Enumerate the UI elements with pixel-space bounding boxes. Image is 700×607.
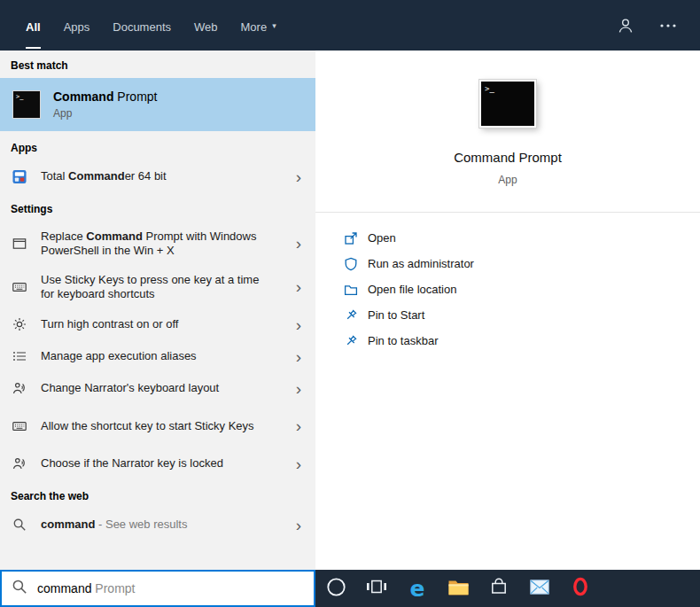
narrator-icon xyxy=(12,381,27,395)
chevron-right-icon: › xyxy=(296,455,301,472)
settings-result-label: Turn high contrast on or off xyxy=(41,317,178,331)
command-prompt-icon-large: >_ xyxy=(479,80,536,128)
mail-icon xyxy=(530,580,549,598)
settings-result-narrator-keyboard-layout[interactable]: Change Narrator's keyboard layout › xyxy=(0,372,315,404)
file-explorer-icon xyxy=(448,579,469,599)
best-match-result-command-prompt[interactable]: >_ Command Prompt App xyxy=(0,78,315,131)
command-prompt-icon: >_ xyxy=(12,90,41,119)
settings-result-app-execution-aliases[interactable]: Manage app execution aliases › xyxy=(0,340,315,372)
admin-shield-icon xyxy=(344,257,358,271)
windows-search-flyout: All Apps Documents Web More ▾ xyxy=(0,0,700,607)
cortana-icon xyxy=(326,577,346,601)
search-input[interactable]: command Prompt xyxy=(0,570,315,607)
search-icon xyxy=(12,579,27,598)
tab-web[interactable]: Web xyxy=(183,0,229,51)
action-label: Open file location xyxy=(368,283,456,296)
app-result-total-commander[interactable]: Total Commander 64 bit › xyxy=(0,160,315,192)
settings-section-label: Settings xyxy=(0,192,315,222)
tab-apps[interactable]: Apps xyxy=(52,0,102,51)
contrast-sun-icon xyxy=(12,317,27,331)
chevron-right-icon: › xyxy=(296,517,301,533)
results-list-panel: Best match >_ Command Prompt App Apps xyxy=(0,51,315,570)
chevron-right-icon: › xyxy=(296,316,301,333)
action-label: Pin to Start xyxy=(368,308,424,322)
action-label: Pin to taskbar xyxy=(368,334,439,347)
settings-result-label: Allow the shortcut key to start Sticky K… xyxy=(41,419,254,433)
taskbar: e xyxy=(315,570,700,607)
keyboard-icon xyxy=(12,280,27,294)
settings-result-sticky-keys-one-key[interactable]: Use Sticky Keys to press one key at a ti… xyxy=(0,265,315,308)
chevron-right-icon: › xyxy=(296,380,301,397)
tab-all-label: All xyxy=(26,3,41,49)
settings-result-label: Replace Command Prompt with Windows Powe… xyxy=(41,230,264,258)
console-window-icon xyxy=(12,237,27,251)
chevron-down-icon: ▾ xyxy=(272,21,276,30)
chevron-right-icon: › xyxy=(296,235,301,252)
action-open-file-location[interactable]: Open file location xyxy=(344,276,700,302)
header-actions xyxy=(617,0,700,51)
taskbar-edge-button[interactable]: e xyxy=(397,570,438,607)
settings-result-label: Use Sticky Keys to press one key at a ti… xyxy=(41,273,264,301)
settings-result-shortcut-sticky-keys[interactable]: Allow the shortcut key to start Sticky K… xyxy=(0,404,315,447)
apps-section-label: Apps xyxy=(0,131,315,160)
settings-result-narrator-key-locked[interactable]: Choose if the Narrator key is locked › xyxy=(0,447,315,479)
taskbar-store-button[interactable] xyxy=(478,570,519,607)
settings-result-label: Choose if the Narrator key is locked xyxy=(41,456,223,471)
ellipsis-icon[interactable] xyxy=(659,23,677,28)
preview-subtitle: App xyxy=(498,174,517,186)
chevron-right-icon: › xyxy=(296,168,301,185)
user-feedback-icon[interactable] xyxy=(617,17,634,35)
preview-title: Command Prompt xyxy=(454,150,562,165)
settings-result-high-contrast[interactable]: Turn high contrast on or off › xyxy=(0,308,315,340)
search-filter-tabs: All Apps Documents Web More ▾ xyxy=(0,0,288,51)
settings-result-label: Manage app execution aliases xyxy=(41,349,197,363)
tab-more[interactable]: More ▾ xyxy=(229,0,288,51)
pin-icon xyxy=(344,308,358,323)
search-results-area: Best match >_ Command Prompt App Apps xyxy=(0,51,700,570)
taskbar-file-explorer-button[interactable] xyxy=(438,570,478,607)
search-icon xyxy=(12,518,27,532)
action-label: Run as administrator xyxy=(368,257,474,270)
taskbar-area: command Prompt e xyxy=(0,570,700,607)
action-open[interactable]: Open xyxy=(344,225,700,251)
tab-web-label: Web xyxy=(194,3,218,49)
search-input-text: command Prompt xyxy=(37,581,135,595)
total-commander-icon xyxy=(12,169,27,184)
pin-icon xyxy=(344,334,358,348)
taskbar-cortana-button[interactable] xyxy=(315,570,356,607)
web-section-label: Search the web xyxy=(0,479,315,509)
preview-panel: >_ Command Prompt App Open xyxy=(315,51,700,570)
best-match-section-label: Best match xyxy=(0,51,315,78)
opera-icon xyxy=(571,577,590,600)
settings-result-label: Change Narrator's keyboard layout xyxy=(41,381,219,395)
best-match-text: Command Prompt App xyxy=(53,89,157,120)
best-match-title: Command Prompt xyxy=(53,89,157,104)
web-result-command[interactable]: command - See web results › xyxy=(0,509,315,541)
chevron-right-icon: › xyxy=(296,417,301,434)
tab-more-label: More xyxy=(241,3,268,49)
action-pin-to-taskbar[interactable]: Pin to taskbar xyxy=(344,328,700,354)
action-pin-to-start[interactable]: Pin to Start xyxy=(344,302,700,328)
web-result-label: command - See web results xyxy=(41,518,187,532)
folder-icon xyxy=(344,283,358,297)
tab-all[interactable]: All xyxy=(14,0,52,51)
tab-documents[interactable]: Documents xyxy=(101,0,183,51)
edge-icon: e xyxy=(410,578,425,600)
taskbar-mail-button[interactable] xyxy=(519,570,560,607)
action-label: Open xyxy=(368,231,396,245)
settings-result-replace-command-prompt[interactable]: Replace Command Prompt with Windows Powe… xyxy=(0,222,315,265)
taskbar-opera-button[interactable] xyxy=(560,570,601,607)
store-icon xyxy=(489,577,509,600)
chevron-right-icon: › xyxy=(296,278,301,295)
preview-actions: Open Run as administrator xyxy=(315,213,700,354)
search-header: All Apps Documents Web More ▾ xyxy=(0,0,700,51)
keyboard-icon xyxy=(12,419,27,433)
taskbar-task-view-button[interactable] xyxy=(356,570,397,607)
open-icon xyxy=(344,231,358,245)
app-result-label: Total Commander 64 bit xyxy=(41,169,167,183)
tab-documents-label: Documents xyxy=(113,3,171,49)
action-run-as-administrator[interactable]: Run as administrator xyxy=(344,251,700,276)
best-match-subtitle: App xyxy=(53,107,157,120)
narrator-icon xyxy=(12,456,27,471)
list-icon xyxy=(12,349,27,363)
